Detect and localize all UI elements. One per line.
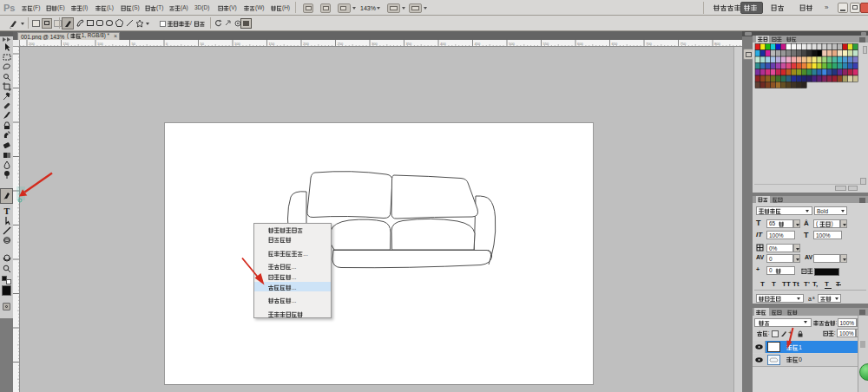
svg-text:350: 350 [406,42,412,46]
svg-text:(V): (V) [229,5,237,11]
svg-text:...: ... [303,251,308,257]
svg-text:(W): (W) [255,5,264,11]
svg-text:250: 250 [338,42,344,46]
svg-text:(T): (T) [156,5,163,11]
svg-text:...: ... [292,274,297,280]
svg-text:): ) [831,221,832,227]
svg-text:800: 800 [714,42,720,46]
svg-text::: : [768,330,770,336]
svg-text:750: 750 [681,42,687,46]
svg-text:(: ( [816,221,819,227]
svg-text:300: 300 [372,42,378,46]
svg-text:1, RGB/8) *: 1, RGB/8) * [82,33,110,39]
svg-text:(F): (F) [33,5,40,11]
svg-text:150: 150 [63,42,69,46]
svg-text:a: a [808,296,812,302]
svg-text:/: / [190,21,192,26]
svg-text:50: 50 [201,42,205,46]
svg-text:(E): (E) [57,5,65,11]
svg-text:650: 650 [612,42,618,46]
svg-text:(A): (A) [181,5,188,11]
svg-text:200: 200 [29,42,35,46]
svg-text:a: a [812,296,815,300]
svg-text:600: 600 [577,42,583,46]
svg-text:(I): (I) [82,5,88,11]
svg-text:(H): (H) [282,5,290,11]
svg-text:0: 0 [799,356,802,363]
svg-text:65: 65 [769,221,776,226]
svg-text:1: 1 [799,344,802,350]
svg-text:...: ... [292,264,297,270]
svg-text:550: 550 [543,42,549,46]
svg-text:150: 150 [269,42,275,46]
svg-text:450: 450 [475,42,481,46]
svg-text:700: 700 [646,42,652,46]
svg-text:400: 400 [440,42,446,46]
svg-text:200: 200 [303,42,309,46]
svg-text:100: 100 [234,42,240,46]
svg-text:(L): (L) [107,5,114,11]
svg-text:100: 100 [97,42,103,46]
svg-text:...: ... [292,297,297,304]
svg-text::: : [834,330,836,336]
svg-text:T: T [4,206,10,215]
svg-text:(: ( [67,33,69,39]
svg-text:500: 500 [509,42,515,46]
svg-text:0: 0 [769,268,773,273]
svg-text:...: ... [292,284,297,291]
svg-text:50: 50 [132,42,136,46]
svg-text:3D(D): 3D(D) [194,5,209,11]
svg-text:(S): (S) [132,5,140,11]
